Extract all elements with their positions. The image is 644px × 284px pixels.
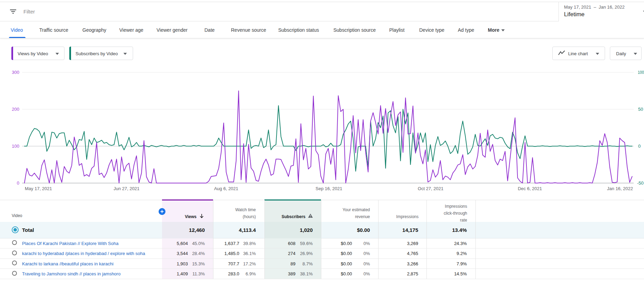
svg-text:50: 50 — [638, 107, 643, 112]
svg-text:-50: -50 — [637, 180, 644, 186]
svg-text:100: 100 — [638, 70, 644, 75]
svg-text:Oct 27, 2021: Oct 27, 2021 — [418, 186, 443, 191]
svg-text:200: 200 — [12, 107, 19, 112]
svg-text:Jun 27, 2021: Jun 27, 2021 — [113, 186, 139, 191]
svg-text:300: 300 — [12, 70, 19, 75]
svg-text:Jan 16, 2022: Jan 16, 2022 — [607, 186, 633, 191]
svg-text:Dec 6, 2021: Dec 6, 2021 — [518, 186, 542, 191]
svg-text:Sep 16, 2021: Sep 16, 2021 — [315, 186, 342, 191]
svg-text:0: 0 — [17, 180, 19, 186]
svg-text:0: 0 — [638, 144, 641, 149]
svg-text:Aug 6, 2021: Aug 6, 2021 — [214, 186, 238, 191]
svg-text:May 17, 2021: May 17, 2021 — [25, 186, 52, 191]
svg-text:100: 100 — [12, 144, 19, 149]
